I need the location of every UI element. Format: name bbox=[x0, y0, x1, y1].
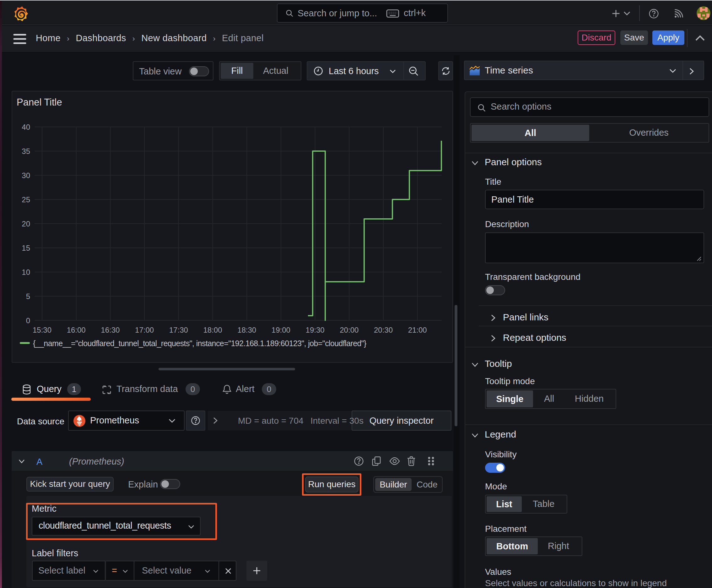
svg-text:5: 5 bbox=[26, 292, 30, 300]
svg-text:20:00: 20:00 bbox=[340, 326, 359, 334]
svg-text:15:30: 15:30 bbox=[33, 326, 51, 334]
svg-text:0: 0 bbox=[26, 316, 30, 325]
svg-text:30: 30 bbox=[22, 171, 30, 180]
svg-text:21:00: 21:00 bbox=[408, 326, 427, 334]
svg-text:16:30: 16:30 bbox=[101, 326, 120, 334]
svg-text:17:00: 17:00 bbox=[135, 326, 154, 334]
svg-text:18:00: 18:00 bbox=[203, 326, 222, 334]
svg-text:35: 35 bbox=[22, 147, 30, 155]
svg-text:20:30: 20:30 bbox=[374, 326, 393, 334]
svg-text:{__name__="cloudflared_tunnel_: {__name__="cloudflared_tunnel_total_requ… bbox=[33, 339, 366, 348]
svg-text:15: 15 bbox=[22, 244, 30, 252]
svg-text:17:30: 17:30 bbox=[169, 326, 188, 334]
svg-text:18:30: 18:30 bbox=[237, 326, 256, 334]
svg-text:10: 10 bbox=[22, 268, 30, 276]
svg-text:40: 40 bbox=[22, 123, 30, 131]
svg-text:20: 20 bbox=[22, 219, 30, 228]
svg-text:19:00: 19:00 bbox=[272, 326, 290, 334]
svg-text:19:30: 19:30 bbox=[306, 326, 325, 334]
svg-text:25: 25 bbox=[22, 195, 30, 204]
svg-text:16:00: 16:00 bbox=[67, 326, 86, 334]
